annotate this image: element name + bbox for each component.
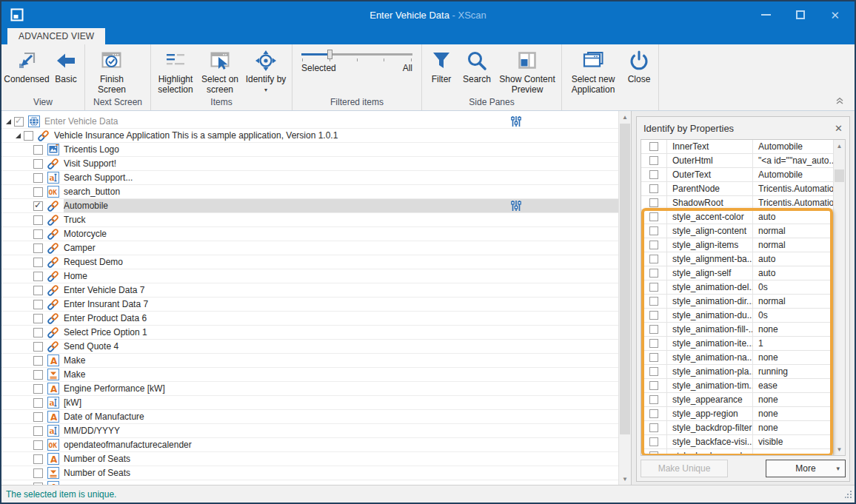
tree-row-checkbox[interactable] xyxy=(33,229,43,239)
properties-scroll-up-icon[interactable]: ▲ xyxy=(834,140,845,152)
property-row[interactable]: OuterTextAutomobile xyxy=(641,168,833,182)
filter-button[interactable]: Filter xyxy=(424,44,458,85)
property-checkbox[interactable] xyxy=(649,339,658,348)
tree-row-checkbox[interactable] xyxy=(33,328,43,337)
tree-row[interactable]: Select Price Option 1 xyxy=(1,326,618,340)
filtered-items-slider[interactable]: Selected All xyxy=(301,53,412,73)
tree-row[interactable]: ADate of Manufacture xyxy=(1,410,618,424)
make-unique-button[interactable]: Make Unique xyxy=(641,460,728,477)
tree-row-checkbox[interactable] xyxy=(33,314,43,323)
property-checkbox[interactable] xyxy=(649,437,658,446)
tree-row[interactable]: a[kW] xyxy=(1,396,618,410)
close-xscan-button[interactable]: Close xyxy=(622,44,656,85)
property-row[interactable]: style_align-selfauto xyxy=(641,266,833,280)
tree-row[interactable]: Enter Insurant Data 7 xyxy=(1,298,618,312)
property-row[interactable]: style_align-contentnormal xyxy=(641,224,833,238)
property-checkbox[interactable] xyxy=(649,297,658,306)
property-checkbox[interactable] xyxy=(649,311,658,320)
filter-slider-thumb[interactable] xyxy=(327,50,332,59)
tree-row[interactable]: ANumber of Seats xyxy=(1,452,618,466)
property-checkbox[interactable] xyxy=(649,198,658,207)
tree-row[interactable]: Number of Seats xyxy=(1,466,618,480)
tree-row-checkbox[interactable] xyxy=(33,173,43,183)
property-checkbox[interactable] xyxy=(649,381,658,390)
tree-row[interactable]: aMM/DD/YYYY xyxy=(1,424,618,438)
tree-row[interactable]: Visit Support! xyxy=(1,157,618,171)
property-checkbox[interactable] xyxy=(649,241,658,249)
tree-row-checkbox[interactable] xyxy=(33,412,43,422)
property-row[interactable]: style_animation-del...0s xyxy=(641,280,833,295)
properties-scroll-down-icon[interactable]: ▼ xyxy=(834,443,845,455)
property-checkbox[interactable] xyxy=(649,325,658,334)
identify-by-button[interactable]: Identify by ▾ xyxy=(242,44,290,93)
property-row[interactable]: style_background-... xyxy=(641,449,833,456)
slider-track[interactable] xyxy=(301,53,412,56)
tree-row-checkbox[interactable] xyxy=(33,286,43,295)
tree-row-checkbox[interactable] xyxy=(33,398,43,408)
tree-row-checkbox[interactable] xyxy=(33,426,43,436)
property-row[interactable]: style_animation-dir...normal xyxy=(641,295,833,309)
tree-row-checkbox[interactable] xyxy=(33,159,43,169)
tree-row-checkbox[interactable] xyxy=(33,468,43,478)
property-row[interactable]: style_animation-tim...ease xyxy=(641,379,833,393)
tree-row[interactable]: Automobile xyxy=(1,199,618,213)
property-row[interactable]: style_animation-pla...running xyxy=(641,365,833,379)
property-checkbox[interactable] xyxy=(649,170,658,179)
tree-row-checkbox[interactable] xyxy=(33,258,43,267)
tree-row[interactable]: Enter Vehicle Data 7 xyxy=(1,283,618,298)
tree-row-checkbox[interactable] xyxy=(33,187,43,197)
property-row[interactable]: style_backface-visi...visible xyxy=(641,435,833,449)
property-checkbox[interactable] xyxy=(649,269,658,278)
minimize-icon[interactable] xyxy=(761,14,771,16)
tree-row-checkbox[interactable] xyxy=(33,440,43,450)
select-new-application-button[interactable]: Select new Application xyxy=(564,44,622,95)
property-row[interactable]: style_accent-colorauto xyxy=(641,210,833,224)
tree-row-checkbox[interactable] xyxy=(33,356,43,366)
tree-scroll-down-icon[interactable]: ▼ xyxy=(619,473,631,485)
property-checkbox[interactable] xyxy=(649,409,658,418)
properties-scroll-thumb[interactable] xyxy=(835,169,844,182)
basic-button[interactable]: Basic xyxy=(50,44,82,85)
tree-row-checkbox[interactable] xyxy=(33,384,43,394)
identify-settings-icon[interactable] xyxy=(511,200,521,215)
identify-settings-icon[interactable] xyxy=(511,115,521,130)
tree-scrollbar[interactable]: ▲ ▼ xyxy=(618,111,631,485)
expander-icon[interactable] xyxy=(4,118,13,125)
close-window-icon[interactable]: ✕ xyxy=(830,10,840,21)
property-row[interactable]: style_animation-du...0s xyxy=(641,309,833,323)
tree-row-checkbox[interactable] xyxy=(33,201,43,211)
tree-row[interactable]: Make xyxy=(1,368,618,382)
property-checkbox[interactable] xyxy=(649,255,658,263)
tree-row-checkbox[interactable] xyxy=(33,243,43,253)
property-row[interactable]: style_animation-fill-...none xyxy=(641,323,833,337)
property-row[interactable]: ShadowRootTricentis.Automatio... xyxy=(641,196,833,210)
tree-row-checkbox[interactable] xyxy=(33,145,43,155)
property-checkbox[interactable] xyxy=(649,367,658,376)
property-row[interactable]: style_animation-ite...1 xyxy=(641,337,833,351)
tree-row[interactable]: OKopendateofmanufacturecalender xyxy=(1,438,618,452)
property-row[interactable]: style_app-regionnone xyxy=(641,407,833,421)
more-button[interactable]: More▾ xyxy=(766,460,846,477)
search-button[interactable]: Search xyxy=(458,44,495,85)
tree-row-checkbox[interactable] xyxy=(33,300,43,309)
property-checkbox[interactable] xyxy=(649,226,658,235)
tree-row[interactable]: Home xyxy=(1,269,618,283)
tree-row-checkbox[interactable] xyxy=(33,272,43,281)
tree-row[interactable]: Motorcycle xyxy=(1,227,618,241)
property-row[interactable]: style_animation-na...none xyxy=(641,351,833,365)
tree-row-checkbox[interactable] xyxy=(24,131,33,141)
property-row[interactable]: style_alignment-ba...auto xyxy=(641,252,833,266)
tree-row[interactable]: AMake xyxy=(1,354,618,368)
property-checkbox[interactable] xyxy=(649,156,658,165)
tree-row[interactable]: Send Quote 4 xyxy=(1,340,618,354)
tree-row[interactable]: Enter Vehicle Data xyxy=(1,115,618,129)
expander-icon[interactable] xyxy=(13,132,22,139)
property-checkbox[interactable] xyxy=(649,451,658,456)
property-row[interactable]: style_appearancenone xyxy=(641,393,833,407)
select-on-screen-button[interactable]: Select on screen xyxy=(198,44,242,95)
tree-row-checkbox[interactable] xyxy=(33,215,43,225)
tree-row[interactable]: Truck xyxy=(1,213,618,227)
show-content-preview-button[interactable]: Show Content Preview xyxy=(495,44,559,95)
property-row[interactable]: style_backdrop-filternone xyxy=(641,421,833,435)
panel-close-icon[interactable]: ✕ xyxy=(835,124,843,133)
